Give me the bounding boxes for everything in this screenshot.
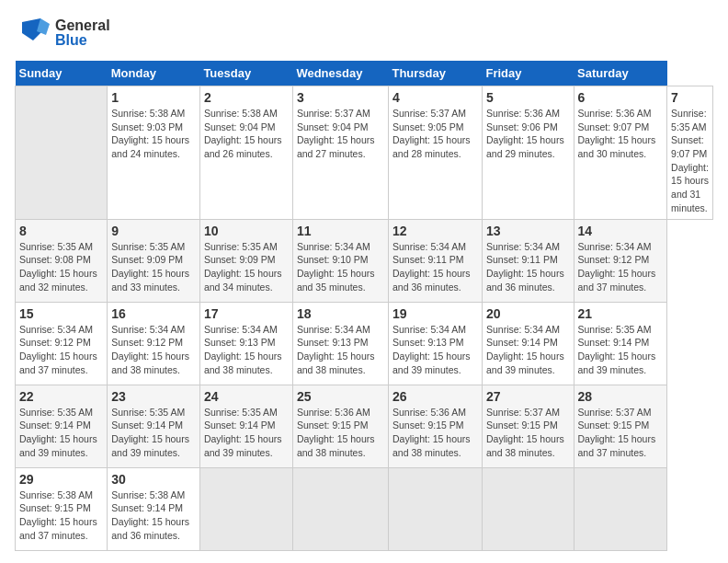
day-info: Sunrise: 5:34 AMSunset: 9:12 PMDaylight:…	[111, 323, 196, 377]
calendar-cell: 29Sunrise: 5:38 AMSunset: 9:15 PMDayligh…	[16, 467, 108, 550]
day-info: Sunrise: 5:34 AMSunset: 9:12 PMDaylight:…	[578, 240, 664, 294]
day-info: Sunrise: 5:35 AMSunset: 9:14 PMDaylight:…	[111, 406, 196, 460]
week-row-2: 8Sunrise: 5:35 AMSunset: 9:08 PMDaylight…	[16, 219, 713, 302]
day-info: Sunrise: 5:38 AMSunset: 9:03 PMDaylight:…	[111, 107, 196, 161]
day-number: 25	[297, 389, 384, 404]
column-header-saturday: Saturday	[574, 61, 667, 86]
week-row-3: 15Sunrise: 5:34 AMSunset: 9:12 PMDayligh…	[16, 302, 713, 385]
column-header-sunday: Sunday	[16, 61, 108, 86]
day-info: Sunrise: 5:34 AMSunset: 9:11 PMDaylight:…	[392, 240, 478, 294]
day-number: 1	[111, 90, 196, 105]
calendar-cell	[199, 467, 292, 550]
day-number: 28	[578, 389, 664, 404]
logo-blue-text: Blue	[55, 33, 110, 48]
calendar-cell: 25Sunrise: 5:36 AMSunset: 9:15 PMDayligh…	[292, 385, 388, 467]
day-number: 20	[486, 306, 570, 321]
column-header-monday: Monday	[108, 61, 200, 86]
calendar-cell: 23Sunrise: 5:35 AMSunset: 9:14 PMDayligh…	[108, 385, 200, 467]
day-info: Sunrise: 5:35 AMSunset: 9:08 PMDaylight:…	[19, 240, 103, 294]
day-number: 12	[392, 224, 478, 238]
day-info: Sunrise: 5:37 AMSunset: 9:15 PMDaylight:…	[486, 406, 570, 460]
day-number: 3	[297, 90, 384, 105]
day-number: 16	[111, 306, 196, 321]
calendar-cell: 22Sunrise: 5:35 AMSunset: 9:14 PMDayligh…	[16, 385, 108, 467]
calendar-cell: 12Sunrise: 5:34 AMSunset: 9:11 PMDayligh…	[388, 219, 482, 302]
column-header-tuesday: Tuesday	[199, 61, 292, 86]
day-number: 29	[19, 472, 103, 487]
calendar-cell: 13Sunrise: 5:34 AMSunset: 9:11 PMDayligh…	[483, 219, 574, 302]
day-number: 23	[111, 389, 196, 404]
day-info: Sunrise: 5:38 AMSunset: 9:14 PMDaylight:…	[111, 488, 196, 543]
day-number: 26	[392, 389, 478, 404]
day-number: 17	[204, 306, 289, 321]
calendar-cell: 11Sunrise: 5:34 AMSunset: 9:10 PMDayligh…	[292, 219, 388, 302]
calendar-cell: 9Sunrise: 5:35 AMSunset: 9:09 PMDaylight…	[108, 219, 200, 302]
day-number: 13	[486, 224, 570, 238]
day-info: Sunrise: 5:37 AMSunset: 9:05 PMDaylight:…	[392, 107, 478, 161]
calendar-cell: 2Sunrise: 5:38 AMSunset: 9:04 PMDaylight…	[199, 86, 292, 220]
calendar-table: SundayMondayTuesdayWednesdayThursdayFrid…	[15, 61, 713, 551]
day-info: Sunrise: 5:36 AMSunset: 9:15 PMDaylight:…	[297, 406, 384, 460]
day-info: Sunrise: 5:38 AMSunset: 9:15 PMDaylight:…	[19, 488, 103, 543]
day-info: Sunrise: 5:35 AMSunset: 9:09 PMDaylight:…	[111, 240, 196, 294]
day-number: 21	[578, 306, 664, 321]
calendar-cell: 3Sunrise: 5:37 AMSunset: 9:04 PMDaylight…	[292, 86, 388, 220]
day-number: 5	[486, 90, 570, 105]
day-number: 4	[392, 90, 478, 105]
calendar-cell	[574, 467, 667, 550]
calendar-cell: 28Sunrise: 5:37 AMSunset: 9:15 PMDayligh…	[574, 385, 667, 467]
day-info: Sunrise: 5:35 AMSunset: 9:09 PMDaylight:…	[204, 240, 289, 294]
day-number: 14	[578, 224, 664, 238]
day-number: 30	[111, 472, 196, 487]
day-number: 10	[204, 224, 289, 238]
day-info: Sunrise: 5:36 AMSunset: 9:07 PMDaylight:…	[578, 107, 664, 161]
day-number: 2	[204, 90, 289, 105]
calendar-cell: 20Sunrise: 5:34 AMSunset: 9:14 PMDayligh…	[483, 302, 574, 385]
calendar-cell: 21Sunrise: 5:35 AMSunset: 9:14 PMDayligh…	[574, 302, 667, 385]
day-number: 8	[19, 224, 103, 238]
column-header-wednesday: Wednesday	[292, 61, 388, 86]
calendar-cell: 30Sunrise: 5:38 AMSunset: 9:14 PMDayligh…	[108, 467, 200, 550]
day-info: Sunrise: 5:36 AMSunset: 9:15 PMDaylight:…	[392, 406, 478, 460]
day-info: Sunrise: 5:38 AMSunset: 9:04 PMDaylight:…	[204, 107, 289, 161]
calendar-cell: 18Sunrise: 5:34 AMSunset: 9:13 PMDayligh…	[292, 302, 388, 385]
day-number: 27	[486, 389, 570, 404]
day-number: 19	[392, 306, 478, 321]
day-number: 22	[19, 389, 103, 404]
day-info: Sunrise: 5:35 AMSunset: 9:14 PMDaylight:…	[204, 406, 289, 460]
day-number: 11	[297, 224, 384, 238]
day-info: Sunrise: 5:34 AMSunset: 9:13 PMDaylight:…	[297, 323, 384, 377]
day-number: 24	[204, 389, 289, 404]
day-info: Sunrise: 5:37 AMSunset: 9:04 PMDaylight:…	[297, 107, 384, 161]
day-number: 15	[19, 306, 103, 321]
day-info: Sunrise: 5:34 AMSunset: 9:10 PMDaylight:…	[297, 240, 384, 294]
week-row-1: 1Sunrise: 5:38 AMSunset: 9:03 PMDaylight…	[16, 86, 713, 220]
day-info: Sunrise: 5:34 AMSunset: 9:14 PMDaylight:…	[486, 323, 570, 377]
calendar-cell: 8Sunrise: 5:35 AMSunset: 9:08 PMDaylight…	[16, 219, 108, 302]
column-header-friday: Friday	[483, 61, 574, 86]
day-number: 6	[578, 90, 664, 105]
calendar-cell: 16Sunrise: 5:34 AMSunset: 9:12 PMDayligh…	[108, 302, 200, 385]
day-number: 9	[111, 224, 196, 238]
week-row-5: 29Sunrise: 5:38 AMSunset: 9:15 PMDayligh…	[16, 467, 713, 550]
header-row: SundayMondayTuesdayWednesdayThursdayFrid…	[16, 61, 713, 86]
calendar-cell: 14Sunrise: 5:34 AMSunset: 9:12 PMDayligh…	[574, 219, 667, 302]
calendar-cell	[292, 467, 388, 550]
calendar-cell: 27Sunrise: 5:37 AMSunset: 9:15 PMDayligh…	[483, 385, 574, 467]
page-header: GeneralBlue	[15, 15, 713, 52]
calendar-cell: 24Sunrise: 5:35 AMSunset: 9:14 PMDayligh…	[199, 385, 292, 467]
calendar-cell: 7Sunrise: 5:35 AMSunset: 9:07 PMDaylight…	[667, 86, 713, 220]
week-row-4: 22Sunrise: 5:35 AMSunset: 9:14 PMDayligh…	[16, 385, 713, 467]
day-info: Sunrise: 5:35 AMSunset: 9:07 PMDaylight:…	[671, 107, 709, 215]
calendar-cell	[483, 467, 574, 550]
calendar-cell: 26Sunrise: 5:36 AMSunset: 9:15 PMDayligh…	[388, 385, 482, 467]
day-info: Sunrise: 5:37 AMSunset: 9:15 PMDaylight:…	[578, 406, 664, 460]
calendar-cell: 6Sunrise: 5:36 AMSunset: 9:07 PMDaylight…	[574, 86, 667, 220]
day-info: Sunrise: 5:35 AMSunset: 9:14 PMDaylight:…	[19, 406, 103, 460]
day-info: Sunrise: 5:35 AMSunset: 9:14 PMDaylight:…	[578, 323, 664, 377]
day-info: Sunrise: 5:34 AMSunset: 9:12 PMDaylight:…	[19, 323, 103, 377]
calendar-cell	[388, 467, 482, 550]
day-info: Sunrise: 5:36 AMSunset: 9:06 PMDaylight:…	[486, 107, 570, 161]
day-info: Sunrise: 5:34 AMSunset: 9:13 PMDaylight:…	[392, 323, 478, 377]
calendar-cell: 5Sunrise: 5:36 AMSunset: 9:06 PMDaylight…	[483, 86, 574, 220]
